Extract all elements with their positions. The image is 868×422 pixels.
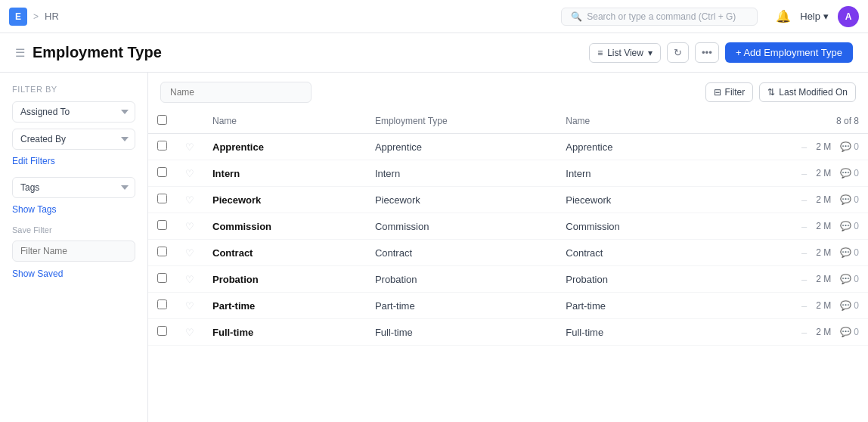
row-name2: Probation xyxy=(556,266,708,293)
row-dash: – xyxy=(801,141,807,153)
row-actions: – 2 M 💬 0 xyxy=(718,300,859,312)
favorite-icon[interactable]: ♡ xyxy=(185,221,194,232)
row-checkbox[interactable] xyxy=(157,273,167,283)
row-name: Full-time xyxy=(203,319,366,346)
col-count: 8 of 8 xyxy=(708,109,868,134)
show-tags-link[interactable]: Show Tags xyxy=(12,204,135,215)
name-search-input[interactable] xyxy=(160,82,312,103)
row-comment[interactable]: 💬 0 xyxy=(840,247,859,258)
filter-icon: ⊟ xyxy=(714,87,721,98)
global-search[interactable]: 🔍 Search or type a command (Ctrl + G) xyxy=(561,8,758,26)
row-checkbox[interactable] xyxy=(157,247,167,256)
employment-type-table: Name Employment Type Name 8 of 8 ♡ Appre… xyxy=(148,109,868,346)
comment-count: 0 xyxy=(854,274,859,284)
topnav-right: 🔔 Help ▾ A xyxy=(776,6,859,27)
assigned-to-filter[interactable]: Assigned To xyxy=(12,101,135,123)
comment-icon: 💬 xyxy=(840,141,851,152)
row-checkbox[interactable] xyxy=(157,220,167,230)
row-name: Part-time xyxy=(203,293,366,319)
notification-bell-icon[interactable]: 🔔 xyxy=(776,9,791,23)
table-row: ♡ Full-time Full-time Full-time – 2 M 💬 … xyxy=(148,319,868,346)
chevron-down-icon: ▾ xyxy=(823,11,829,22)
row-comment[interactable]: 💬 0 xyxy=(840,327,859,337)
favorite-icon[interactable]: ♡ xyxy=(185,274,194,285)
comment-count: 0 xyxy=(854,300,859,311)
comment-icon: 💬 xyxy=(840,168,851,178)
row-time: 2 M xyxy=(816,168,831,178)
page: ☰ Employment Type ≡ List View ▾ ↻ ••• + … xyxy=(0,33,868,422)
row-time: 2 M xyxy=(816,221,831,231)
comment-icon: 💬 xyxy=(840,194,851,205)
avatar[interactable]: A xyxy=(838,6,859,27)
content-search-right: ⊟ Filter ⇅ Last Modified On xyxy=(705,82,856,102)
tags-filter[interactable]: Tags xyxy=(12,177,135,198)
row-actions: – 2 M 💬 0 xyxy=(718,221,859,232)
row-name2: Contract xyxy=(556,240,708,266)
row-dash: – xyxy=(801,168,807,179)
row-time: 2 M xyxy=(816,327,831,337)
row-comment[interactable]: 💬 0 xyxy=(840,274,859,284)
app-logo[interactable]: E xyxy=(9,8,27,26)
save-filter-label: Save Filter xyxy=(12,225,135,234)
row-actions: – 2 M 💬 0 xyxy=(718,194,859,206)
favorite-icon[interactable]: ♡ xyxy=(185,168,194,179)
page-header-left: ☰ Employment Type xyxy=(15,44,162,61)
row-comment[interactable]: 💬 0 xyxy=(840,141,859,152)
row-dash: – xyxy=(801,221,807,232)
breadcrumb-sep-icon: > xyxy=(33,11,39,22)
row-emp-type: Contract xyxy=(366,240,556,266)
help-menu[interactable]: Help ▾ xyxy=(800,11,829,22)
row-checkbox[interactable] xyxy=(157,326,167,336)
more-options-button[interactable]: ••• xyxy=(695,42,719,63)
favorite-icon[interactable]: ♡ xyxy=(185,327,194,338)
filter-button[interactable]: ⊟ Filter xyxy=(705,82,754,102)
row-checkbox[interactable] xyxy=(157,194,167,203)
sidebar: Filter By Assigned To Created By Edit Fi… xyxy=(0,73,148,422)
page-header: ☰ Employment Type ≡ List View ▾ ↻ ••• + … xyxy=(0,33,868,73)
row-comment[interactable]: 💬 0 xyxy=(840,300,859,311)
row-time: 2 M xyxy=(816,194,831,205)
hamburger-icon[interactable]: ☰ xyxy=(15,46,25,60)
row-emp-type: Part-time xyxy=(366,293,556,319)
chevron-down-icon: ▾ xyxy=(648,48,653,58)
comment-icon: 💬 xyxy=(840,274,851,284)
top-nav: E > HR 🔍 Search or type a command (Ctrl … xyxy=(0,0,868,33)
row-name: Probation xyxy=(203,266,366,293)
row-actions: – 2 M 💬 0 xyxy=(718,274,859,285)
row-checkbox[interactable] xyxy=(157,141,167,150)
row-actions: – 2 M 💬 0 xyxy=(718,247,859,259)
favorite-icon[interactable]: ♡ xyxy=(185,141,194,153)
comment-icon: 💬 xyxy=(840,327,851,337)
comment-count: 0 xyxy=(854,327,859,337)
table-row: ♡ Apprentice Apprentice Apprentice – 2 M… xyxy=(148,134,868,160)
edit-filters-link[interactable]: Edit Filters xyxy=(12,156,135,166)
row-name: Commission xyxy=(203,213,366,240)
favorite-icon[interactable]: ♡ xyxy=(185,194,194,206)
row-name2: Commission xyxy=(556,213,708,240)
row-comment[interactable]: 💬 0 xyxy=(840,168,859,178)
row-emp-type: Full-time xyxy=(366,319,556,346)
favorite-icon[interactable]: ♡ xyxy=(185,247,194,259)
row-dash: – xyxy=(801,194,807,206)
table-row: ♡ Intern Intern Intern – 2 M 💬 0 xyxy=(148,160,868,187)
list-view-button[interactable]: ≡ List View ▾ xyxy=(589,43,661,63)
comment-count: 0 xyxy=(854,141,859,152)
created-by-filter[interactable]: Created By xyxy=(12,129,135,150)
filter-name-input[interactable] xyxy=(12,240,135,262)
row-checkbox[interactable] xyxy=(157,167,167,177)
favorite-icon[interactable]: ♡ xyxy=(185,300,194,312)
row-name: Intern xyxy=(203,160,366,187)
add-employment-type-button[interactable]: + Add Employment Type xyxy=(725,42,853,63)
row-comment[interactable]: 💬 0 xyxy=(840,194,859,205)
row-comment[interactable]: 💬 0 xyxy=(840,221,859,231)
row-time: 2 M xyxy=(816,141,831,152)
show-saved-link[interactable]: Show Saved xyxy=(12,268,63,279)
select-all-checkbox[interactable] xyxy=(157,115,167,125)
content-area: ⊟ Filter ⇅ Last Modified On xyxy=(148,73,868,422)
page-header-right: ≡ List View ▾ ↻ ••• + Add Employment Typ… xyxy=(589,42,853,63)
table-row: ♡ Part-time Part-time Part-time – 2 M 💬 … xyxy=(148,293,868,319)
sort-button[interactable]: ⇅ Last Modified On xyxy=(759,82,856,102)
refresh-button[interactable]: ↻ xyxy=(667,42,689,63)
row-name2: Piecework xyxy=(556,187,708,213)
row-checkbox[interactable] xyxy=(157,299,167,309)
